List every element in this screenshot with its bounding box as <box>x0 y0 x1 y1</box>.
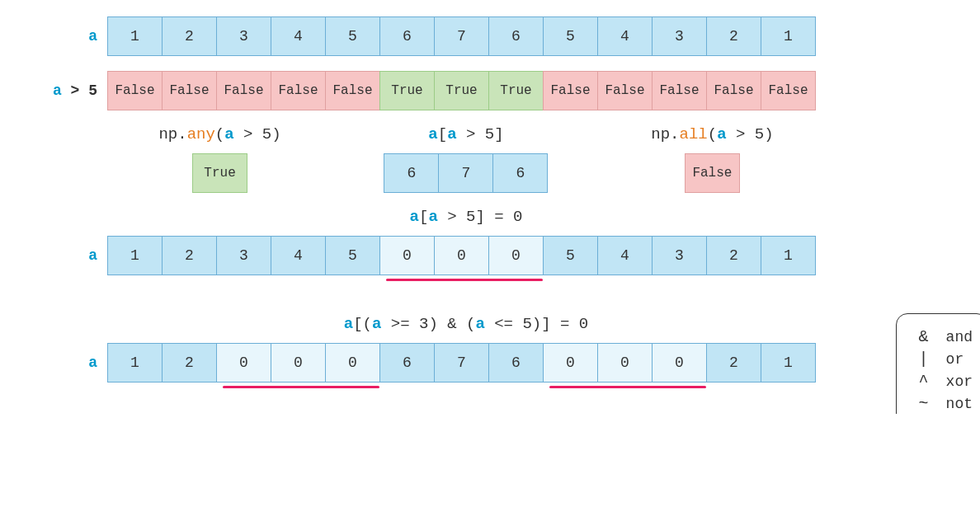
all-block: np.all(a > 5) False <box>651 125 773 193</box>
operations-row: np.any(a > 5) True a[a > 5] 6 7 6 np.all… <box>107 125 825 193</box>
legend-row: ~ not <box>912 394 973 413</box>
cell: 3 <box>216 16 271 56</box>
cell: 3 <box>216 236 271 275</box>
cell: 6 <box>488 16 544 56</box>
cell: 1 <box>107 343 163 383</box>
array-a-reset-row: a 1 2 3 4 5 0 0 0 5 4 3 2 1 <box>16 236 980 275</box>
legend-row: ^ xor <box>912 372 973 391</box>
index-block: a[a > 5] 6 7 6 <box>384 125 548 193</box>
cell: 6 <box>384 153 439 193</box>
cell: 1 <box>761 236 816 275</box>
cell-true: True <box>379 71 435 110</box>
cell: 5 <box>543 236 598 275</box>
cell: 4 <box>597 236 653 275</box>
cell: 1 <box>761 16 816 56</box>
legend-word: xor <box>936 373 973 390</box>
cell: 2 <box>162 236 217 275</box>
any-result: True <box>192 153 247 193</box>
expr-assign1: a[a > 5] = 0 <box>107 208 825 226</box>
cell: 5 <box>325 236 380 275</box>
cell: 4 <box>271 236 326 275</box>
any-block: np.any(a > 5) True <box>158 125 280 193</box>
cell: 1 <box>107 16 163 56</box>
array-a-row: a 1 2 3 4 5 6 7 6 5 4 3 2 1 <box>16 16 980 56</box>
cell-changed: 0 <box>597 343 653 383</box>
cell-changed: 0 <box>379 236 435 275</box>
cell-false: False <box>216 71 271 110</box>
cell-changed: 0 <box>543 343 598 383</box>
label-a-reset: a <box>16 247 107 264</box>
cell-false: False <box>761 71 816 110</box>
cell: 7 <box>434 16 489 56</box>
cell: 5 <box>543 16 598 56</box>
array-a-compound-row: a 1 2 0 0 0 6 7 6 0 0 0 2 1 <box>16 343 980 383</box>
label-a-compound: a <box>16 354 107 371</box>
underline-bar <box>549 386 706 388</box>
underline-bar <box>386 279 543 281</box>
any-title: np.any(a > 5) <box>158 125 280 143</box>
array-gt5-row: a > 5 False False False False False True… <box>16 71 980 110</box>
legend-word: or <box>936 351 964 368</box>
cell: 2 <box>162 343 217 383</box>
cell: 3 <box>652 16 707 56</box>
all-result: False <box>685 153 740 193</box>
legend-sym: ^ <box>912 372 936 391</box>
cell: 7 <box>434 343 489 383</box>
cell-false: False <box>271 71 326 110</box>
cell: 3 <box>652 236 707 275</box>
label-gt5: a > 5 <box>16 82 107 99</box>
cell: 1 <box>761 343 816 383</box>
cell: 2 <box>706 343 761 383</box>
label-a: a <box>16 28 107 45</box>
legend-word: not <box>936 396 973 412</box>
cell: 6 <box>379 16 435 56</box>
cell: 4 <box>271 16 326 56</box>
underline-bar <box>223 386 379 388</box>
cell-changed: 0 <box>271 343 326 383</box>
cell: 2 <box>162 16 217 56</box>
cell: 6 <box>488 343 544 383</box>
cell: 2 <box>706 16 761 56</box>
cell: 6 <box>379 343 435 383</box>
cell-false: False <box>325 71 380 110</box>
legend-row: & and <box>912 327 973 346</box>
cell: 1 <box>107 236 163 275</box>
cell-changed: 0 <box>652 343 707 383</box>
cell: 6 <box>492 153 548 193</box>
cell: 7 <box>438 153 493 193</box>
all-title: np.all(a > 5) <box>651 125 773 143</box>
cell: 2 <box>706 236 761 275</box>
cell-true: True <box>488 71 544 110</box>
cell-changed: 0 <box>216 343 271 383</box>
cell-false: False <box>706 71 761 110</box>
cell: 5 <box>325 16 380 56</box>
cell-true: True <box>434 71 489 110</box>
cell-false: False <box>107 71 163 110</box>
cell-changed: 0 <box>488 236 544 275</box>
operators-legend: & and | or ^ xor ~ not <box>896 313 980 414</box>
cell-changed: 0 <box>325 343 380 383</box>
cell: 4 <box>597 16 653 56</box>
cell-false: False <box>162 71 217 110</box>
legend-sym: & <box>912 327 936 346</box>
legend-sym: ~ <box>912 394 936 413</box>
cell-changed: 0 <box>434 236 489 275</box>
expr-assign2: a[(a >= 3) & (a <= 5)] = 0 <box>107 315 825 333</box>
legend-sym: | <box>912 350 936 368</box>
cell-false: False <box>597 71 653 110</box>
legend-row: | or <box>912 350 973 368</box>
index-title: a[a > 5] <box>384 125 548 143</box>
cell-false: False <box>652 71 707 110</box>
legend-word: and <box>936 329 973 345</box>
cell-false: False <box>543 71 598 110</box>
